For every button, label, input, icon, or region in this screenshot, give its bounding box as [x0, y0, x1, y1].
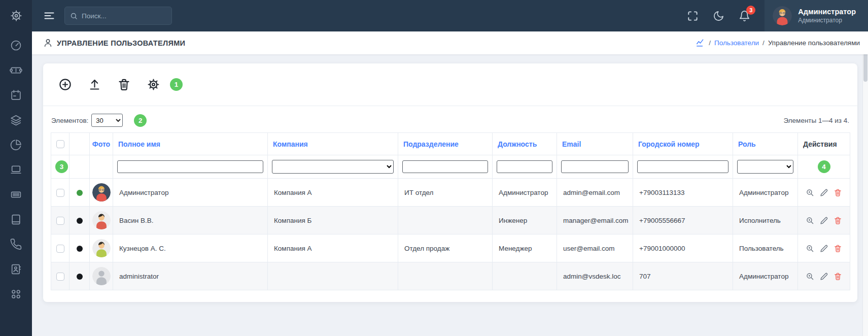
cell-phone: 707	[633, 262, 733, 290]
table-header-row: Фото Полное имя Компания Подразделение Д…	[51, 133, 850, 155]
filter-role-select[interactable]	[737, 160, 793, 174]
cell-role: Пользователь	[733, 234, 798, 262]
filter-full-name-input[interactable]	[117, 160, 263, 173]
view-user-button[interactable]	[806, 272, 814, 281]
hint-badge-4: 4	[818, 160, 830, 173]
breadcrumb-current: Управление пользователями	[768, 39, 860, 47]
column-header-role[interactable]: Роль	[733, 133, 798, 155]
edit-user-button[interactable]	[820, 272, 828, 281]
status-dot	[77, 190, 83, 196]
delete-user-button[interactable]	[834, 188, 842, 197]
view-user-button[interactable]	[806, 216, 814, 225]
cell-full-name: Администратор	[113, 179, 268, 207]
user-photo	[92, 239, 111, 257]
column-header-position[interactable]: Должность	[493, 133, 557, 155]
search-input[interactable]	[82, 12, 166, 20]
topbar: 3 Админист	[32, 0, 868, 31]
sidebar-item-dashboard[interactable]	[10, 39, 23, 52]
topbar-right: 3 Админист	[687, 0, 868, 31]
sidebar-item-calendar[interactable]	[10, 88, 23, 102]
sidebar-item-telephony[interactable]	[10, 238, 23, 251]
sidebar-item-reports[interactable]	[10, 138, 23, 151]
vertical-scrollbar[interactable]	[862, 31, 868, 336]
global-search[interactable]	[64, 7, 172, 25]
row-checkbox[interactable]	[56, 217, 64, 225]
column-header-photo[interactable]: Фото	[90, 133, 113, 155]
filter-phone-input[interactable]	[637, 160, 728, 173]
menu-toggle-icon[interactable]	[43, 10, 55, 22]
sidebar	[0, 0, 32, 336]
items-per-page-label: Элементов:	[51, 117, 88, 124]
items-range-text: Элементы 1—4 из 4.	[783, 117, 849, 124]
sidebar-item-contacts[interactable]	[10, 262, 23, 276]
view-user-button[interactable]	[806, 244, 814, 253]
edit-user-button[interactable]	[820, 216, 828, 225]
breadcrumb-link-users[interactable]: Пользователи	[714, 39, 759, 47]
cell-email: manager@email.com	[557, 207, 633, 234]
app-window: 3 Админист	[0, 0, 868, 336]
edit-user-button[interactable]	[820, 188, 828, 197]
hint-badge-1: 1	[170, 78, 183, 91]
sidebar-nav	[10, 39, 23, 300]
import-upload-button[interactable]	[88, 78, 101, 91]
items-per-page-select[interactable]: 30	[91, 114, 123, 127]
cell-phone: +79005556667	[633, 207, 733, 234]
cell-email: admin@vsdesk.loc	[557, 262, 633, 290]
user-photo	[92, 183, 111, 201]
cell-full-name: Васин В.В.	[113, 207, 268, 234]
user-photo	[92, 211, 111, 229]
cell-company: Компания Б	[268, 207, 398, 234]
filter-email-input[interactable]	[561, 160, 629, 173]
view-user-button[interactable]	[806, 188, 814, 197]
sidebar-item-knowledge-base[interactable]	[10, 213, 23, 226]
select-all-checkbox[interactable]	[56, 140, 64, 148]
status-dot	[77, 274, 83, 280]
column-header-email[interactable]: Email	[557, 133, 633, 155]
sidebar-item-barcode[interactable]	[10, 188, 23, 201]
card-toolbar: 1	[43, 63, 857, 106]
column-header-company[interactable]: Компания	[268, 133, 398, 155]
row-checkbox[interactable]	[56, 189, 64, 197]
cell-position	[493, 262, 557, 290]
sidebar-item-layers[interactable]	[10, 113, 23, 126]
users-card: 1 Элементов: 30 2 Элементы 1—4 из 4.	[43, 63, 857, 302]
cell-company: Компания А	[268, 234, 398, 262]
filter-company-select[interactable]	[272, 160, 394, 174]
search-icon	[70, 12, 78, 20]
fullscreen-icon[interactable]	[687, 10, 699, 22]
table-row: administrator admin@vsdesk.loc 707 Админ…	[51, 262, 850, 290]
settings-icon[interactable]	[10, 9, 23, 22]
cell-email: user@email.com	[557, 234, 633, 262]
sidebar-item-monitoring[interactable]	[10, 163, 23, 176]
user-menu[interactable]: Администратор Администратор	[765, 0, 868, 31]
cell-full-name: administrator	[113, 262, 268, 290]
filter-department-input[interactable]	[402, 160, 488, 173]
column-header-department[interactable]: Подразделение	[398, 133, 493, 155]
table-settings-button[interactable]	[147, 78, 160, 91]
row-checkbox[interactable]	[56, 273, 64, 281]
dark-mode-icon[interactable]	[713, 10, 724, 22]
status-dot	[77, 218, 83, 224]
cell-phone: +79001000000	[633, 234, 733, 262]
sidebar-item-tickets[interactable]	[10, 63, 23, 77]
home-chart-icon[interactable]	[696, 38, 705, 48]
user-photo	[92, 267, 111, 285]
filter-position-input[interactable]	[497, 160, 552, 173]
breadcrumb-separator: /	[709, 39, 711, 47]
row-checkbox[interactable]	[56, 245, 64, 253]
users-table: Фото Полное имя Компания Подразделение Д…	[51, 132, 850, 290]
delete-user-button[interactable]	[834, 216, 842, 225]
sidebar-item-apps[interactable]	[10, 287, 23, 300]
status-column-header	[70, 133, 90, 155]
edit-user-button[interactable]	[820, 244, 828, 253]
column-header-full-name[interactable]: Полное имя	[113, 133, 268, 155]
cell-role: Администратор	[733, 179, 798, 207]
delete-user-button[interactable]	[834, 244, 842, 253]
notifications-bell-icon[interactable]: 3	[739, 10, 750, 22]
hint-badge-2: 2	[134, 114, 147, 127]
column-header-phone[interactable]: Городской номер	[633, 133, 733, 155]
cell-email: admin@email.com	[557, 179, 633, 207]
delete-selected-button[interactable]	[117, 78, 131, 91]
add-user-button[interactable]	[58, 78, 72, 91]
delete-user-button[interactable]	[834, 272, 842, 281]
